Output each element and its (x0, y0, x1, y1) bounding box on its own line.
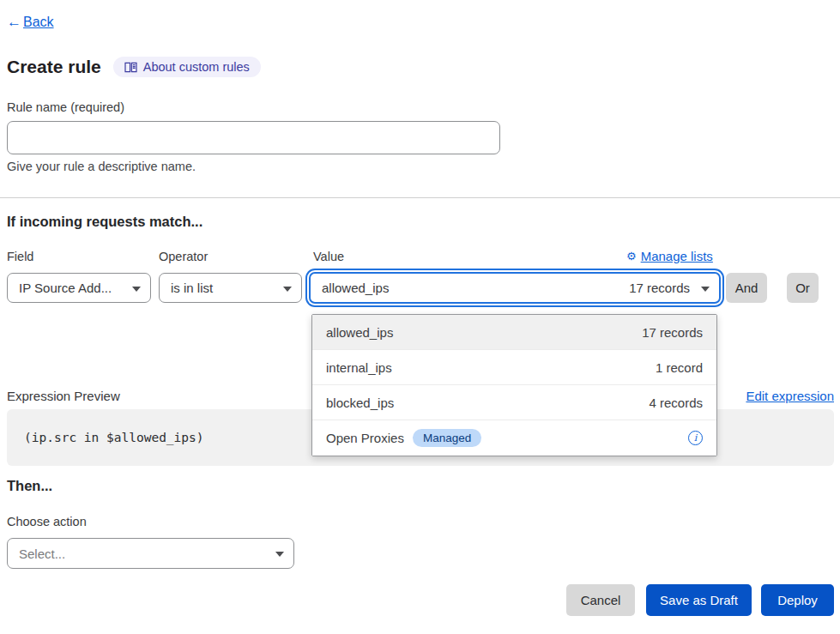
choose-action-label: Choose action (7, 515, 87, 528)
deploy-button[interactable]: Deploy (761, 584, 834, 616)
back-link[interactable]: ← Back (7, 14, 54, 31)
operator-select-value: is in list (171, 281, 213, 295)
book-icon (124, 62, 137, 73)
list-item-internal-ips[interactable]: internal_ips 1 record (312, 350, 716, 385)
rule-name-label: Rule name (required) (7, 100, 124, 114)
or-button[interactable]: Or (787, 273, 819, 303)
manage-lists-label: Manage lists (641, 249, 713, 263)
chevron-down-icon (283, 287, 292, 292)
section-divider (0, 197, 840, 198)
page-title: Create rule (7, 57, 101, 77)
rule-name-input[interactable] (7, 121, 500, 154)
list-item-allowed-ips[interactable]: allowed_ips 17 records (312, 315, 716, 350)
chevron-down-icon (275, 552, 284, 557)
chevron-down-icon (132, 287, 141, 292)
value-dropdown-menu: allowed_ips 17 records internal_ips 1 re… (311, 314, 717, 456)
list-item-open-proxies[interactable]: Open Proxies Managed i (312, 420, 716, 456)
value-select-records: 17 records (629, 281, 690, 295)
title-row: Create rule About custom rules (7, 57, 261, 77)
and-button[interactable]: And (726, 273, 767, 303)
field-select-value: IP Source Add... (19, 281, 112, 295)
about-badge-label: About custom rules (143, 60, 250, 74)
save-as-draft-button[interactable]: Save as Draft (646, 584, 752, 616)
list-item-name: Open Proxies (326, 431, 404, 445)
edit-expression-link[interactable]: Edit expression (746, 389, 834, 403)
operator-select[interactable]: is in list (159, 273, 302, 303)
list-item-name: internal_ips (326, 360, 392, 375)
list-item-name: allowed_ips (326, 325, 393, 340)
info-icon[interactable]: i (688, 431, 703, 445)
action-select[interactable]: Select... (7, 538, 294, 569)
create-rule-page: ← Back Create rule About custom rules Ru… (0, 0, 840, 634)
about-custom-rules-link[interactable]: About custom rules (113, 57, 261, 77)
manage-lists-link[interactable]: ⚙ Manage lists (626, 249, 713, 263)
then-section-heading: Then... (7, 478, 52, 494)
rule-name-helper: Give your rule a descriptive name. (7, 160, 196, 173)
list-item-detail: 4 records (649, 395, 703, 410)
list-item-detail: 17 records (642, 325, 703, 340)
back-arrow-icon: ← (7, 14, 21, 31)
list-item-blocked-ips[interactable]: blocked_ips 4 records (312, 385, 716, 420)
value-select-value: allowed_ips (322, 281, 389, 295)
list-item-name: blocked_ips (326, 395, 394, 410)
action-select-placeholder: Select... (19, 546, 65, 561)
list-item-detail: 1 record (656, 360, 703, 375)
expression-code: (ip.src in $allowed_ips) (24, 431, 204, 444)
value-select[interactable]: allowed_ips 17 records (309, 272, 721, 304)
chevron-down-icon (701, 287, 710, 292)
operator-label: Operator (159, 250, 208, 263)
match-section-heading: If incoming requests match... (7, 214, 202, 230)
expression-preview-label: Expression Preview (7, 389, 120, 403)
managed-badge: Managed (413, 429, 481, 447)
back-link-label: Back (23, 15, 54, 30)
field-select[interactable]: IP Source Add... (7, 273, 151, 303)
value-label: Value (313, 250, 344, 263)
gear-icon: ⚙ (626, 250, 637, 263)
cancel-button[interactable]: Cancel (566, 584, 635, 616)
field-label: Field (7, 250, 33, 263)
